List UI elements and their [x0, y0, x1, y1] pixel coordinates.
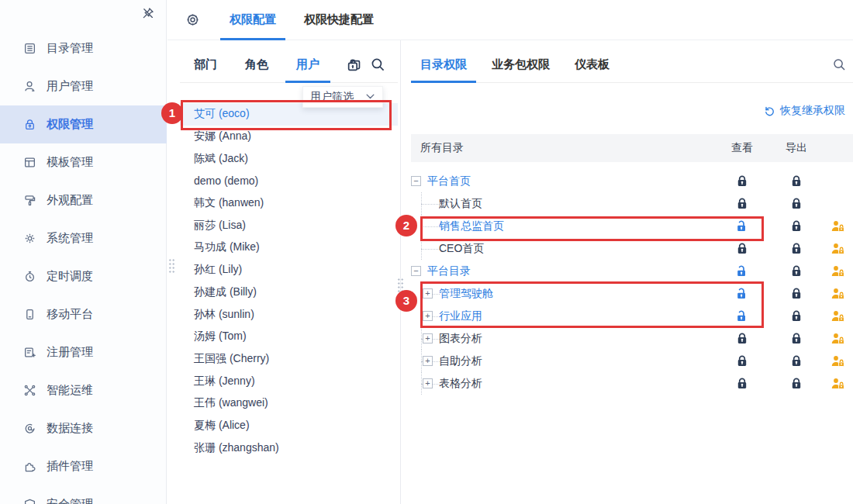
- sidebar-item-templates[interactable]: 模板管理: [0, 143, 167, 181]
- search-icon[interactable]: [832, 57, 847, 72]
- export-permission-lock-icon[interactable]: [769, 242, 824, 255]
- export-permission-lock-icon[interactable]: [769, 197, 824, 210]
- sidebar-item-label: 安全管理: [47, 497, 93, 504]
- tree-row: 管理驾驶舱: [411, 282, 853, 305]
- user-list-item[interactable]: 安娜 (Anna): [180, 126, 398, 148]
- user-authorization-icon[interactable]: [824, 243, 853, 255]
- view-permission-lock-icon[interactable]: [715, 197, 769, 210]
- user-authorization-icon[interactable]: [824, 378, 853, 390]
- user-name: 张珊 (zhangshan): [194, 441, 279, 455]
- sidebar-item-registration[interactable]: 注册管理: [0, 333, 167, 371]
- user-list-item[interactable]: 韩文 (hanwen): [180, 192, 398, 215]
- user-list-item[interactable]: 夏梅 (Alice): [180, 415, 398, 437]
- expand-icon[interactable]: [423, 378, 433, 388]
- user-search-icon[interactable]: [370, 57, 386, 73]
- view-permission-lock-icon[interactable]: [715, 354, 769, 368]
- sidebar-item-users[interactable]: 用户管理: [0, 67, 167, 105]
- user-list-item[interactable]: 王国强 (Cherry): [180, 348, 398, 371]
- user-list-item[interactable]: 汤姆 (Tom): [180, 326, 398, 348]
- user-authorization-icon[interactable]: [824, 220, 853, 233]
- lock-icon: [23, 118, 36, 131]
- user-authorization-icon[interactable]: [824, 310, 853, 323]
- user-list-item[interactable]: 孙林 (sunlin): [180, 303, 398, 326]
- user-list-item[interactable]: 孙红 (Lily): [180, 259, 398, 281]
- batch-lock-icon[interactable]: [346, 57, 362, 73]
- sidebar-item-mobile[interactable]: 移动平台: [0, 295, 167, 333]
- panel-resize-handle[interactable]: [397, 278, 404, 293]
- tree-row: 平台目录: [411, 260, 853, 282]
- sidebar-item-permissions[interactable]: 权限管理: [0, 105, 167, 143]
- view-permission-lock-icon[interactable]: [715, 332, 769, 345]
- export-permission-lock-icon[interactable]: [769, 309, 824, 323]
- expand-icon[interactable]: [423, 333, 433, 343]
- user-list-item[interactable]: 王琳 (Jenny): [180, 370, 398, 392]
- tree-node-label[interactable]: 图表分析: [439, 332, 715, 346]
- column-header-catalog: 所有目录: [411, 141, 715, 155]
- expand-icon[interactable]: [423, 288, 433, 299]
- view-permission-lock-icon[interactable]: [715, 242, 769, 255]
- user-list-item[interactable]: 陈斌 (Jack): [180, 147, 398, 170]
- tree-node-label[interactable]: 平台首页: [427, 174, 715, 188]
- expand-icon[interactable]: [423, 356, 433, 366]
- tree-node-label[interactable]: 平台目录: [427, 264, 715, 278]
- sidebar-item-label: 移动平台: [47, 307, 93, 322]
- tree-node-label[interactable]: 自助分析: [439, 354, 715, 368]
- sidebar-resize-handle[interactable]: [168, 258, 175, 274]
- user-authorization-icon[interactable]: [824, 333, 853, 345]
- collapse-icon[interactable]: [411, 176, 421, 186]
- export-permission-lock-icon[interactable]: [769, 377, 824, 390]
- settings-gear-icon[interactable]: [185, 12, 200, 27]
- export-permission-lock-icon[interactable]: [769, 287, 824, 300]
- sidebar-item-data-connections[interactable]: 数据连接: [0, 409, 167, 447]
- tree-node-label[interactable]: 表格分析: [439, 377, 715, 391]
- tab-catalog-permission[interactable]: 目录权限: [411, 47, 476, 82]
- sidebar-item-label: 权限管理: [47, 117, 93, 132]
- tab-role[interactable]: 角色: [234, 47, 279, 82]
- view-permission-lock-icon[interactable]: [715, 309, 769, 323]
- user-list-item[interactable]: demo (demo): [180, 170, 398, 192]
- user-list-item[interactable]: 丽莎 (Lisa): [180, 214, 398, 236]
- view-permission-lock-icon[interactable]: [715, 264, 769, 278]
- unpin-icon[interactable]: [141, 6, 155, 20]
- tree-node-label[interactable]: 默认首页: [439, 197, 715, 211]
- sidebar-item-scheduler[interactable]: 定时调度: [0, 257, 167, 295]
- sidebar-item-ops[interactable]: 智能运维: [0, 371, 167, 409]
- sidebar-item-security[interactable]: 安全管理: [0, 485, 167, 504]
- export-permission-lock-icon[interactable]: [769, 219, 824, 233]
- tree-node-label[interactable]: 管理驾驶舱: [439, 287, 715, 301]
- export-permission-lock-icon[interactable]: [769, 332, 824, 345]
- export-permission-lock-icon[interactable]: [769, 264, 824, 278]
- user-filter-dropdown[interactable]: 用户筛选: [302, 86, 383, 108]
- user-authorization-icon[interactable]: [824, 355, 853, 368]
- user-authorization-icon[interactable]: [824, 288, 853, 300]
- tree-node-label[interactable]: 行业应用: [439, 309, 715, 323]
- view-permission-lock-icon[interactable]: [715, 174, 769, 188]
- user-list-item[interactable]: 马功成 (Mike): [180, 236, 398, 259]
- user-name: 王伟 (wangwei): [194, 396, 268, 410]
- view-permission-lock-icon[interactable]: [715, 377, 769, 390]
- view-permission-lock-icon[interactable]: [715, 219, 769, 233]
- user-list-item[interactable]: 王伟 (wangwei): [180, 392, 398, 415]
- sidebar-item-system[interactable]: 系统管理: [0, 219, 167, 257]
- tab-department[interactable]: 部门: [183, 47, 228, 82]
- tab-permission-config[interactable]: 权限配置: [220, 0, 285, 40]
- user-list-item[interactable]: 孙建成 (Billy): [180, 281, 398, 304]
- tab-dashboard[interactable]: 仪表板: [565, 47, 619, 82]
- tree-node-label[interactable]: 销售总监首页: [439, 219, 715, 233]
- export-permission-lock-icon[interactable]: [769, 174, 824, 188]
- collapse-icon[interactable]: [411, 266, 421, 276]
- expand-icon[interactable]: [423, 311, 433, 321]
- tab-user[interactable]: 用户: [285, 47, 330, 82]
- view-permission-lock-icon[interactable]: [715, 287, 769, 300]
- sidebar-item-catalog[interactable]: 目录管理: [0, 29, 167, 67]
- tree-node-label[interactable]: CEO首页: [439, 242, 715, 256]
- tab-label: 角色: [245, 57, 268, 72]
- tab-package-permission[interactable]: 业务包权限: [482, 47, 559, 82]
- restore-inherited-permission-link[interactable]: 恢复继承权限: [764, 104, 845, 118]
- tab-permission-quick-config[interactable]: 权限快捷配置: [295, 0, 383, 40]
- sidebar-item-plugins[interactable]: 插件管理: [0, 447, 167, 485]
- sidebar-item-appearance[interactable]: 外观配置: [0, 181, 167, 219]
- user-authorization-icon[interactable]: [824, 265, 853, 278]
- export-permission-lock-icon[interactable]: [769, 354, 824, 368]
- user-list-item[interactable]: 张珊 (zhangshan): [180, 437, 398, 459]
